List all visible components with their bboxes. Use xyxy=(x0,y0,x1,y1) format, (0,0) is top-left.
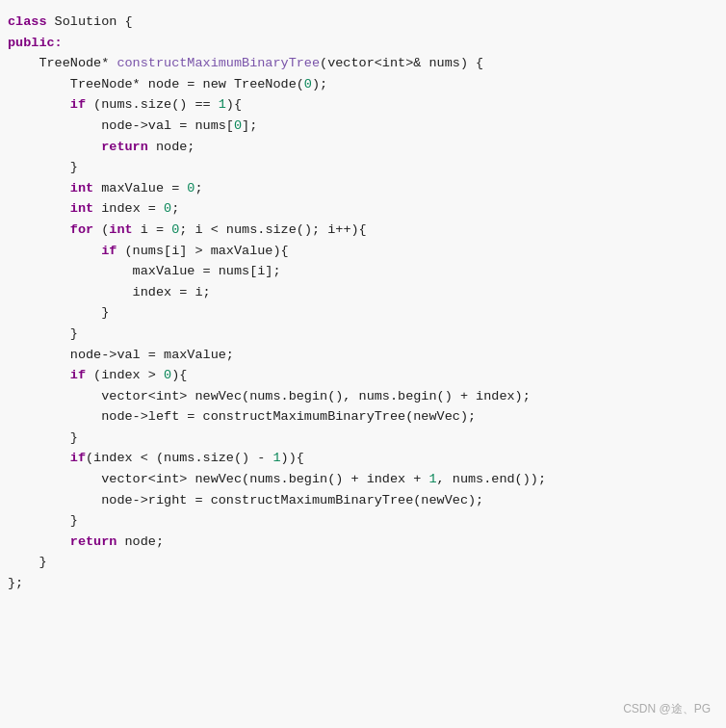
code-token: } xyxy=(8,302,109,324)
code-token: } xyxy=(8,428,78,449)
code-line: } xyxy=(8,552,714,573)
code-line: } xyxy=(8,510,714,532)
code-token: node; xyxy=(117,532,164,553)
code-line: return node; xyxy=(8,532,714,553)
code-line: }; xyxy=(8,573,714,594)
code-token: ; xyxy=(171,198,179,220)
code-token: ){ xyxy=(226,94,242,116)
code-token: maxValue = xyxy=(93,178,187,199)
code-token: (index > xyxy=(86,365,164,386)
code-line: } xyxy=(8,324,714,345)
code-token: class xyxy=(8,12,47,33)
code-token: node->right = constructMaximumBinaryTree… xyxy=(8,490,483,511)
code-line: } xyxy=(8,428,714,449)
code-token: (vector<int>& nums) { xyxy=(320,53,483,74)
code-token xyxy=(8,94,70,116)
code-token: 0 xyxy=(187,178,194,199)
code-token: , nums.end()); xyxy=(437,469,546,490)
code-token: int xyxy=(70,198,93,220)
code-token: ); xyxy=(312,74,327,95)
code-token: ; xyxy=(194,178,202,199)
code-line: int index = 0; xyxy=(8,198,714,220)
code-line: public: xyxy=(8,33,714,54)
code-token xyxy=(8,532,70,553)
code-token: 0 xyxy=(171,220,179,241)
code-token: for xyxy=(70,220,93,241)
code-token: }; xyxy=(8,573,23,594)
watermark-label: CSDN @途、PG xyxy=(623,700,711,718)
code-token: node->left = constructMaximumBinaryTree(… xyxy=(8,406,476,428)
code-token: node; xyxy=(148,137,195,158)
code-token xyxy=(8,241,101,262)
code-token: 0 xyxy=(164,365,171,386)
code-token: } xyxy=(8,552,47,573)
code-container: class Solution {public: TreeNode* constr… xyxy=(0,0,726,728)
code-token: TreeNode* node = new TreeNode( xyxy=(8,74,304,95)
code-token: vector<int> newVec(nums.begin() + index … xyxy=(8,469,428,490)
code-token: 1 xyxy=(219,94,226,116)
code-token: i = xyxy=(133,220,172,241)
code-token: index = i; xyxy=(8,282,211,303)
code-line: if (index > 0){ xyxy=(8,365,714,386)
code-token: ]; xyxy=(242,116,257,137)
code-line: if (nums.size() == 1){ xyxy=(8,94,714,116)
code-line: node->val = maxValue; xyxy=(8,345,714,366)
code-token: Solution { xyxy=(47,12,133,33)
code-token: TreeNode* xyxy=(8,53,117,74)
code-token: vector<int> newVec(nums.begin(), nums.be… xyxy=(8,386,531,407)
code-line: return node; xyxy=(8,137,714,158)
code-line: node->right = constructMaximumBinaryTree… xyxy=(8,490,714,511)
code-line: } xyxy=(8,302,714,324)
code-token: } xyxy=(8,510,78,532)
code-token: )){ xyxy=(281,448,304,469)
code-token: maxValue = nums[i]; xyxy=(8,261,281,282)
code-token: ){ xyxy=(171,365,187,386)
code-token: 1 xyxy=(272,448,280,469)
code-token: constructMaximumBinaryTree xyxy=(117,53,320,74)
code-line: } xyxy=(8,157,714,178)
code-token: public: xyxy=(8,33,63,54)
code-line: index = i; xyxy=(8,282,714,303)
code-line: maxValue = nums[i]; xyxy=(8,261,714,282)
code-token: 1 xyxy=(428,469,436,490)
code-token xyxy=(8,198,70,220)
code-token: ; i < nums.size(); i++){ xyxy=(179,220,366,241)
code-block: class Solution {public: TreeNode* constr… xyxy=(0,8,726,598)
code-token xyxy=(8,137,101,158)
code-line: vector<int> newVec(nums.begin(), nums.be… xyxy=(8,386,714,407)
code-line: for (int i = 0; i < nums.size(); i++){ xyxy=(8,220,714,241)
code-token: (nums.size() == xyxy=(86,94,219,116)
code-line: vector<int> newVec(nums.begin() + index … xyxy=(8,469,714,490)
code-token: return xyxy=(101,137,148,158)
code-token: if xyxy=(70,94,86,116)
code-token: if xyxy=(70,365,86,386)
code-token xyxy=(8,178,70,199)
code-token: index = xyxy=(93,198,164,220)
code-token: 0 xyxy=(164,198,171,220)
code-token: node->val = maxValue; xyxy=(8,345,234,366)
code-token: (index < (nums.size() - xyxy=(86,448,272,469)
code-line: TreeNode* node = new TreeNode(0); xyxy=(8,74,714,95)
code-line: TreeNode* constructMaximumBinaryTree(vec… xyxy=(8,53,714,74)
code-line: if(index < (nums.size() - 1)){ xyxy=(8,448,714,469)
code-token: 0 xyxy=(234,116,242,137)
code-line: node->val = nums[0]; xyxy=(8,116,714,137)
code-token: } xyxy=(8,324,78,345)
code-line: if (nums[i] > maxValue){ xyxy=(8,241,714,262)
code-token xyxy=(8,448,70,469)
code-token: if xyxy=(101,241,117,262)
code-token: ( xyxy=(93,220,109,241)
code-token: if xyxy=(70,448,86,469)
code-token: int xyxy=(109,220,132,241)
code-token xyxy=(8,365,70,386)
code-token: return xyxy=(70,532,117,553)
code-line: class Solution { xyxy=(8,12,714,33)
code-token: 0 xyxy=(304,74,312,95)
code-token: } xyxy=(8,157,78,178)
code-line: node->left = constructMaximumBinaryTree(… xyxy=(8,406,714,428)
code-token: int xyxy=(70,178,93,199)
code-token: node->val = nums[ xyxy=(8,116,234,137)
code-token: (nums[i] > maxValue){ xyxy=(117,241,288,262)
code-token xyxy=(8,220,70,241)
code-line: int maxValue = 0; xyxy=(8,178,714,199)
